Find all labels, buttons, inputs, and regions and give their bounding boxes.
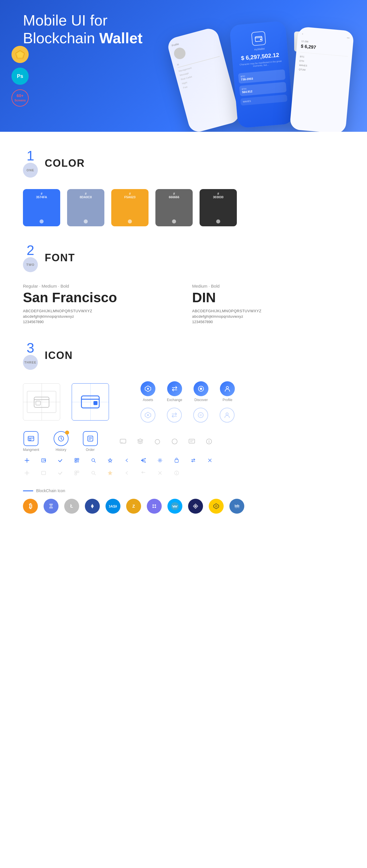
hero-badges: Ps 60+Screens <box>11 46 29 106</box>
svg-rect-4 <box>34 397 49 407</box>
phone-mock-1: Profile Al Management Message Real Cadet… <box>166 26 241 132</box>
hero-title: Mobile UI for Blockchain Wallet <box>23 11 166 47</box>
font-din: Medium · Bold DIN ABCDEFGHIJKLMNOPQRSTUV… <box>192 284 344 324</box>
info-ghost-icon <box>173 469 181 477</box>
sketch-badge <box>11 46 29 63</box>
svg-point-77 <box>171 502 179 510</box>
settings-icon <box>156 456 164 464</box>
hero-phones: Profile Al Management Message Real Cadet… <box>149 17 367 132</box>
screens-badge: 60+Screens <box>11 89 29 106</box>
search-ghost-icon <box>89 469 97 477</box>
svg-rect-26 <box>120 439 126 443</box>
info-icon <box>204 436 214 446</box>
svg-rect-59 <box>75 473 77 475</box>
color-section-title: COLOR <box>45 157 85 169</box>
assets-icon <box>140 381 156 396</box>
qr-icon <box>73 456 81 464</box>
svg-rect-45 <box>78 459 78 460</box>
svg-point-64 <box>176 472 177 472</box>
blockchain-label-row: BlockChain Icon <box>23 489 344 493</box>
svg-rect-19 <box>28 438 34 438</box>
blockchain-icons-row: ₿ Ξ Ł <box>23 499 344 514</box>
management-icon <box>24 431 38 446</box>
hero-section: Mobile UI for Blockchain Wallet UI Kit P… <box>0 0 367 132</box>
back-ghost-icon <box>123 469 131 477</box>
ps-badge: Ps <box>11 68 29 85</box>
color-section-header: 1 ONE COLOR <box>23 149 344 178</box>
qr-ghost-icon <box>73 469 81 477</box>
svg-rect-57 <box>75 471 77 473</box>
font-section: Regular · Medium · Bold San Francisco AB… <box>23 284 344 324</box>
star-ghost-icon <box>106 469 114 477</box>
bottom-nav-icons-section: Mangment History <box>23 431 344 452</box>
add-icon <box>23 456 31 464</box>
discover-icon <box>194 381 208 396</box>
svg-point-10 <box>147 388 149 390</box>
svg-rect-58 <box>77 471 79 473</box>
section-1-num: 1 ONE <box>23 149 38 178</box>
color-swatch-dark: #303030 <box>200 189 237 226</box>
share-icon <box>139 456 147 464</box>
color-swatch-blue: #3574FA <box>23 189 60 226</box>
svg-point-12 <box>200 388 202 390</box>
font-grid: Regular · Medium · Bold San Francisco AB… <box>23 284 344 324</box>
svg-rect-20 <box>29 439 31 440</box>
svg-text:Ł: Ł <box>70 504 73 508</box>
color-swatch-slate: #8DA0C8 <box>67 189 104 226</box>
svg-text:DASH: DASH <box>109 504 117 508</box>
svg-point-16 <box>200 414 202 416</box>
svg-point-14 <box>147 414 149 416</box>
history-icon <box>54 431 68 446</box>
blackcoin-icon <box>85 499 100 514</box>
svg-rect-28 <box>189 439 195 443</box>
waves2-icon <box>229 499 244 514</box>
svg-rect-8 <box>81 399 99 400</box>
profile-icon <box>220 381 235 396</box>
list-add-icon <box>39 456 48 464</box>
profile-icon-item: Profile <box>220 381 235 402</box>
grid-icon <box>147 499 162 514</box>
icon-design-guide-2 <box>72 383 109 421</box>
section-2-num: 2 TWO <box>23 244 38 272</box>
history-icon-item: History <box>54 431 68 452</box>
svg-rect-56 <box>41 471 46 475</box>
svg-rect-53 <box>175 460 178 462</box>
order-icon <box>83 431 98 446</box>
color-swatch-orange: #F5A623 <box>111 189 148 226</box>
svg-point-52 <box>160 460 161 461</box>
close-icon <box>206 456 214 464</box>
chat-icon <box>118 436 128 446</box>
zcash-icon: Z <box>126 499 141 514</box>
list-ghost-icon <box>39 469 48 477</box>
exchange-icon-item: Exchange <box>167 381 182 402</box>
svg-rect-44 <box>76 459 76 460</box>
svg-point-80 <box>233 502 241 510</box>
box-arrow-icon <box>173 456 181 464</box>
svg-text:Z: Z <box>132 504 135 508</box>
assets-ghost-icon <box>140 408 156 423</box>
nav-icons-active-row: Assets Exchange <box>140 381 235 402</box>
svg-point-13 <box>226 386 228 389</box>
svg-point-27 <box>172 439 177 444</box>
utility-icons-row <box>118 431 214 452</box>
font-section-header: 2 TWO FONT <box>23 244 344 272</box>
discover-ghost-icon <box>193 408 208 423</box>
message-icon <box>187 436 197 446</box>
swap-icon <box>189 456 197 464</box>
svg-rect-46 <box>76 461 76 462</box>
svg-point-72 <box>150 502 158 510</box>
icon-design-row: Assets Exchange <box>23 381 344 423</box>
ethereum-icon: Ξ <box>44 499 58 514</box>
order-icon-item: Order <box>83 431 98 452</box>
management-icon-item: Mangment <box>23 431 39 452</box>
vertcoin-icon <box>188 499 203 514</box>
forward-ghost-icon <box>139 469 147 477</box>
search-icon <box>89 456 97 464</box>
litecoin-icon: Ł <box>64 499 79 514</box>
moon-icon <box>152 436 163 446</box>
nav-icons-ghost-row <box>140 408 235 423</box>
section-3-num: 3 THREE <box>23 341 38 370</box>
add-ghost-icon <box>23 469 31 477</box>
icon-section-title: ICON <box>45 349 73 362</box>
assets-icon-item: Assets <box>140 381 156 402</box>
